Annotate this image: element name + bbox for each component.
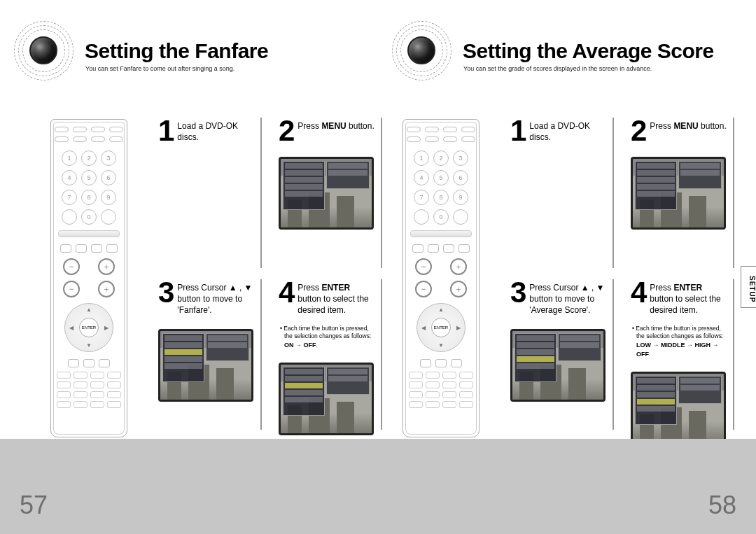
step-note: • Each time the button is pressed, the s… — [279, 325, 375, 351]
footer-band — [0, 439, 756, 534]
step-4: 4 Press ENTER button to select the desir… — [273, 279, 382, 430]
manual-spread: Setting the Fanfare You can set Fanfare … — [0, 0, 756, 534]
tv-screenshot — [279, 157, 374, 230]
step-4: 4 Press ENTER button to select the desir… — [625, 279, 734, 430]
nav-pad: ▲▼ ◀▶ ENTER — [64, 303, 113, 352]
step-2: 2 Press MENU button. — [625, 118, 734, 268]
page-subtitle: You can set Fanfare to come out after si… — [85, 65, 378, 72]
step-1: 1 Load a DVD-OK discs. — [505, 118, 614, 268]
tv-screenshot — [631, 157, 726, 230]
speaker-icon — [392, 21, 451, 80]
step-2: 2 Press MENU button. — [273, 118, 382, 268]
setup-tab: SETUP — [741, 266, 756, 308]
page-subtitle: You can set the grade of scores displaye… — [463, 65, 756, 72]
nav-pad: ▲▼ ◀▶ ENTER — [416, 303, 465, 352]
step-3: 3 Press Cursor ▲ , ▼ button to move to '… — [153, 279, 262, 430]
remote-diagram: 1 2 3 4 5 6 7 8 9 0 −＋ −＋ — [402, 119, 479, 437]
page-title: Setting the Fanfare — [85, 39, 268, 63]
remote-diagram: 1 2 3 4 5 6 7 8 9 0 −＋ −＋ — [50, 119, 127, 437]
steps-left: 1 Load a DVD-OK discs. 2 Press MENU butt… — [153, 118, 382, 430]
tv-screenshot — [158, 329, 253, 402]
tv-screenshot — [510, 329, 606, 402]
step-1: 1 Load a DVD-OK discs. — [153, 118, 262, 268]
page-number-left: 57 — [20, 491, 48, 520]
step-note: • Each time the button is pressed, the s… — [631, 325, 727, 360]
tv-screenshot — [631, 372, 726, 444]
tv-screenshot — [279, 363, 374, 435]
page-number-right: 58 — [708, 491, 736, 520]
page-title: Setting the Average Score — [463, 39, 714, 63]
steps-right: 1 Load a DVD-OK discs. 2 Press MENU butt… — [505, 118, 734, 430]
step-3: 3 Press Cursor ▲ , ▼ button to move to '… — [505, 279, 614, 430]
speaker-icon — [14, 21, 74, 80]
